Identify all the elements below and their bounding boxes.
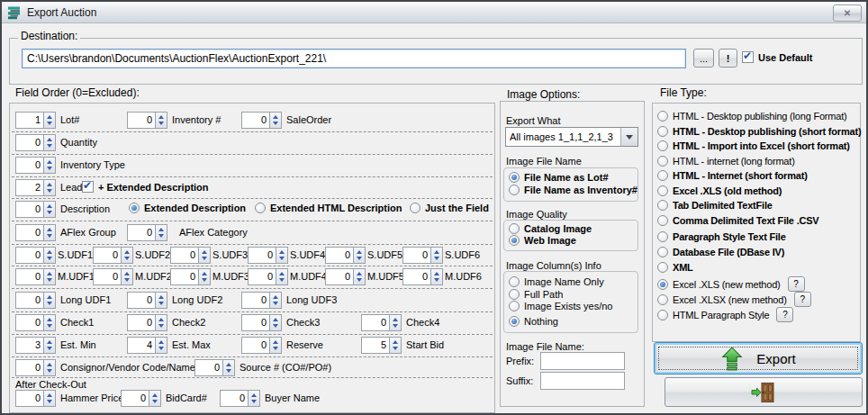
- check3-up-icon[interactable]: [273, 318, 278, 321]
- consignor-up-icon[interactable]: [47, 363, 52, 366]
- description-spinner-buttons[interactable]: [44, 201, 56, 218]
- hammer-price-spinner-value[interactable]: 0: [15, 390, 44, 407]
- columns-option-1-label[interactable]: Full Path: [524, 289, 563, 300]
- m-udf6-down-icon[interactable]: [434, 278, 439, 282]
- long-udf3-up-icon[interactable]: [273, 295, 278, 299]
- s-udf3-spinner[interactable]: 0: [170, 247, 211, 264]
- check2-down-icon[interactable]: [158, 324, 164, 328]
- start-bid-down-icon[interactable]: [393, 347, 398, 350]
- check4-spinner-value[interactable]: 0: [361, 314, 390, 331]
- hammer-price-spinner-buttons[interactable]: [44, 390, 56, 407]
- m-udf3-up-icon[interactable]: [202, 272, 207, 275]
- file-type-option-9-label[interactable]: Database File (DBase IV): [673, 247, 784, 257]
- lot-spinner-buttons[interactable]: [44, 112, 56, 129]
- columns-option-0-radio[interactable]: [509, 276, 520, 287]
- lead-down-icon[interactable]: [47, 189, 52, 193]
- hammer-price-down-icon[interactable]: [47, 400, 52, 403]
- use-default-label[interactable]: Use Default: [758, 52, 813, 63]
- bidcard-spinner[interactable]: 0: [121, 390, 161, 407]
- check4-down-icon[interactable]: [393, 324, 398, 328]
- s-udf2-spinner[interactable]: 0: [93, 247, 133, 264]
- check1-spinner[interactable]: 0: [15, 314, 56, 331]
- file-type-option-0-row[interactable]: HTML - Desktop publishing (long Format): [657, 111, 847, 122]
- m-udf2-spinner-value[interactable]: 0: [93, 268, 122, 285]
- s-udf6-spinner[interactable]: 0: [402, 247, 443, 264]
- m-udf4-spinner[interactable]: 0: [248, 268, 288, 285]
- quantity-spinner[interactable]: 0: [15, 134, 56, 151]
- file-type-option-5-radio[interactable]: [657, 185, 668, 196]
- m-udf1-up-icon[interactable]: [47, 272, 52, 275]
- reserve-up-icon[interactable]: [273, 340, 278, 344]
- long-udf3-down-icon[interactable]: [273, 302, 278, 305]
- check3-down-icon[interactable]: [273, 324, 278, 328]
- aflex-group-up-icon[interactable]: [47, 228, 52, 231]
- file-type-option-12-row[interactable]: Excel .XLSX (new method)?: [657, 292, 811, 307]
- check2-up-icon[interactable]: [158, 318, 164, 321]
- file-type-option-6-label[interactable]: Tab Delimited TextFile: [673, 200, 773, 211]
- bidcard-spinner-buttons[interactable]: [149, 390, 161, 407]
- m-udf4-down-icon[interactable]: [279, 278, 285, 282]
- exit-button[interactable]: [665, 377, 863, 407]
- est-min-down-icon[interactable]: [47, 347, 52, 350]
- quality-option-0-row[interactable]: Catalog Image: [509, 223, 592, 234]
- description-option-0-label[interactable]: Extended Description: [144, 203, 246, 213]
- lead-spinner-buttons[interactable]: [44, 179, 56, 196]
- s-udf6-down-icon[interactable]: [434, 257, 439, 260]
- source-number-spinner-value[interactable]: 0: [194, 359, 223, 376]
- source-number-spinner-buttons[interactable]: [223, 359, 235, 376]
- buyer-name-down-icon[interactable]: [251, 400, 257, 403]
- s-udf5-down-icon[interactable]: [357, 257, 362, 260]
- quality-option-0-label[interactable]: Catalog Image: [524, 223, 592, 234]
- extended-description-row[interactable]: + Extended Description: [82, 181, 209, 193]
- quality-option-1-row[interactable]: Web Image: [509, 235, 576, 246]
- file-type-option-4-label[interactable]: HTML - Internet (short format): [673, 170, 808, 181]
- buyer-name-up-icon[interactable]: [251, 393, 257, 397]
- sale-order-spinner-value[interactable]: 0: [241, 112, 270, 129]
- file-name-option-1-radio[interactable]: [509, 185, 520, 195]
- quality-option-1-label[interactable]: Web Image: [524, 235, 576, 246]
- file-type-option-9-radio[interactable]: [657, 247, 668, 257]
- check4-spinner-buttons[interactable]: [390, 314, 402, 331]
- columns-option-0-label[interactable]: Image Name Only: [524, 276, 604, 287]
- s-udf6-up-icon[interactable]: [434, 250, 439, 254]
- s-udf2-down-icon[interactable]: [124, 257, 130, 260]
- description-option-2-radio[interactable]: [410, 203, 420, 213]
- prefix-input[interactable]: [540, 352, 625, 370]
- s-udf3-up-icon[interactable]: [202, 250, 207, 254]
- buyer-name-spinner-value[interactable]: 0: [220, 390, 249, 407]
- s-udf4-down-icon[interactable]: [279, 257, 285, 260]
- file-type-option-2-label[interactable]: HTML - Import into Excel (short format): [673, 140, 850, 151]
- file-type-option-3-label[interactable]: HTML - internet (long format): [673, 156, 795, 167]
- aflex-category-spinner-value[interactable]: 0: [127, 224, 156, 241]
- s-udf6-spinner-value[interactable]: 0: [402, 247, 431, 264]
- file-type-option-3-row[interactable]: HTML - internet (long format): [657, 156, 795, 167]
- aflex-category-spinner[interactable]: 0: [127, 224, 167, 241]
- s-udf2-spinner-value[interactable]: 0: [93, 247, 122, 264]
- m-udf6-spinner-buttons[interactable]: [431, 268, 443, 285]
- file-name-option-0-label[interactable]: File Name as Lot#: [524, 172, 609, 183]
- columns-option-2-label[interactable]: Image Exists yes/no: [524, 301, 612, 311]
- file-type-option-1-radio[interactable]: [657, 126, 668, 137]
- inventory-number-spinner[interactable]: 0: [127, 112, 167, 129]
- reserve-spinner-value[interactable]: 0: [241, 337, 270, 354]
- lot-up-icon[interactable]: [47, 115, 52, 119]
- file-type-option-2-radio[interactable]: [657, 140, 668, 151]
- long-udf3-spinner[interactable]: 0: [241, 292, 282, 309]
- file-type-option-3-radio[interactable]: [657, 156, 668, 167]
- long-udf2-spinner[interactable]: 0: [127, 292, 167, 309]
- m-udf4-up-icon[interactable]: [279, 272, 285, 275]
- inventory-number-spinner-value[interactable]: 0: [127, 112, 156, 129]
- check2-spinner-value[interactable]: 0: [127, 314, 156, 331]
- s-udf5-up-icon[interactable]: [357, 250, 362, 254]
- aflex-category-down-icon[interactable]: [158, 234, 164, 238]
- check4-spinner[interactable]: 0: [361, 314, 402, 331]
- file-type-option-1-label[interactable]: HTML - Desktop publishing (short format): [673, 126, 861, 137]
- sale-order-spinner-buttons[interactable]: [270, 112, 282, 129]
- m-udf4-spinner-buttons[interactable]: [276, 268, 288, 285]
- est-max-down-icon[interactable]: [158, 347, 164, 350]
- check1-up-icon[interactable]: [47, 318, 52, 321]
- s-udf3-down-icon[interactable]: [202, 257, 207, 260]
- columns-option-1-radio[interactable]: [509, 289, 520, 300]
- extended-description-checkbox[interactable]: [82, 181, 94, 193]
- columns-option-0-row[interactable]: Image Name Only: [509, 276, 604, 287]
